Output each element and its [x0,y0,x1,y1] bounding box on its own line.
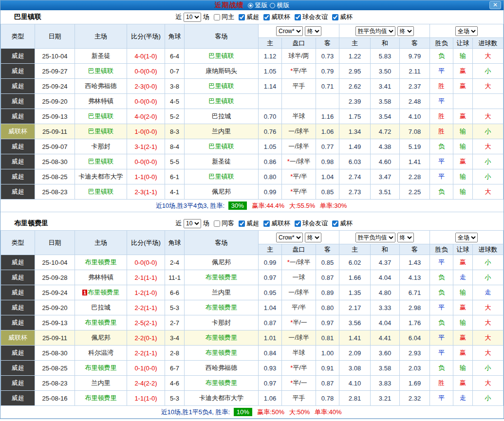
filter-bar: 近 10 场 同客 威超 威联杯 球会友谊 威杯 [175,219,353,228]
cell-handicap-result [453,94,473,109]
same-venue-checkbox[interactable] [214,220,220,227]
summary-bar: 近10场,胜3平4负3, 胜率: 30% 赢率:44.4% 大:55.5% 单率… [0,200,504,212]
fulltime-select[interactable]: 全场 [455,26,478,36]
odds-period-select[interactable]: 终 [305,233,321,242]
cell-mean-away: 1.69 [400,376,430,391]
home-team-name: 布里顿费里 [85,394,117,402]
handicap-line-text: 一/球半 [290,158,311,165]
cell-away-team: 布里顿费里 [185,270,259,285]
cell-away-team: 布里顿费里 [185,376,259,391]
match-row: 威超25-08-23兰内里2-4(2-2)4-6布里顿费里0.97*半/一0.8… [1,376,504,391]
cell-handicap-line: 平手 [282,391,316,406]
league-checkbox[interactable] [295,220,301,227]
bookmaker-select[interactable]: Crow* [276,26,303,36]
odds-dropdown-cell: Crow* 终 [259,24,339,38]
cell-goals-result: 小 [473,361,504,376]
radio-horizontal-layout[interactable] [270,3,275,8]
cell-result: 负 [430,49,453,64]
cell-date: 25-09-07 [35,139,75,154]
cell-result: 胜 [430,109,453,124]
cell-result: 胜 [430,79,453,94]
match-row: 威超25-09-13巴里镇联4-0(2-0)5-2巴拉城0.70半球1.161.… [1,109,504,124]
cell-date: 25-09-24 [35,79,75,94]
close-icon[interactable]: ✕ [489,1,501,9]
cell-league-type: 威超 [1,154,35,169]
handicap-line-text: 平/半 [292,304,306,311]
cell-mean-away: 4.10 [400,109,430,124]
handicap-line-text: 半/一 [293,319,307,326]
cell-home-team: 卡迪夫都市大学 [75,169,127,184]
cell-league-type: 威超 [1,391,35,406]
home-team-name: 西哈弗福德 [85,82,117,90]
cell-corner: 4-6 [165,376,185,391]
radio-vertical-layout[interactable] [248,3,253,8]
summary-bar: 近10场,胜1平5负4, 胜率: 10% 赢率:50% 大:50% 单率:40% [0,406,504,419]
cell-odds-away: 0.87 [316,270,339,285]
home-team-name: 佩尼邦 [92,334,111,341]
cell-date: 25-09-13 [35,109,75,124]
cell-result: 胜 [430,124,453,139]
league-checkbox[interactable] [332,14,338,20]
cell-result: 平 [430,255,453,270]
cell-odds-away: 0.89 [316,285,339,300]
cell-corner: 5-3 [165,300,185,315]
cell-home-team: 巴里镇联 [75,184,127,200]
cell-handicap-line: *平/半 [282,64,316,79]
league-checkbox[interactable] [239,14,245,20]
same-venue-checkbox[interactable] [214,14,220,20]
league-checkbox[interactable] [263,14,270,20]
cell-goals-result: 大 [473,376,504,391]
asian-win-rate: 赢率:50% [257,408,284,416]
cell-handicap-result: 赢 [453,255,473,270]
cell-mean-draw: 3.33 [371,300,400,315]
cell-mean-draw: 3.58 [371,361,400,376]
cell-handicap-result: 赢 [453,64,473,79]
cell-odds-away: 0.85 [316,184,339,200]
recent-count-select[interactable]: 10 [184,219,201,228]
league-checkbox[interactable] [332,220,338,227]
recent-results-panel: 近期战绩 竖版 横版 ✕ 巴里镇联 近 10 场 同主 威超 威联杯 球会友谊 [0,0,504,419]
league-checkbox[interactable] [239,220,245,227]
cell-score: 2-2(0-1) [127,330,165,346]
odds-period-select[interactable]: 终 [305,26,321,36]
cell-mean-away: 2.28 [400,169,430,184]
col-home: 主场 [75,231,127,255]
cell-away-team: 兰内里 [185,124,259,139]
cell-mean-draw: 3.60 [371,346,400,361]
cell-score: 1-0(0-0) [127,124,165,139]
cell-mean-away: 6.71 [400,285,430,300]
match-row: 威超25-10-04布里顿费里0-0(0-0)2-4佩尼邦0.99*一/球半0.… [1,255,504,270]
mean-type-select[interactable]: 胜平负均值 [355,26,395,36]
cell-corner: 5-2 [165,109,185,124]
cell-mean-draw: 3.54 [371,109,400,124]
mean-period-select[interactable]: 终 [397,233,414,242]
bookmaker-select[interactable]: Crow* [276,233,303,242]
cell-odds-home: 1.05 [259,64,282,79]
cell-mean-draw: 3.50 [371,64,400,79]
handicap-line-text: 半球 [293,349,305,356]
cell-mean-home: 2.95 [339,64,371,79]
cell-handicap-result: 赢 [453,109,473,124]
cell-goals-result: 大 [473,300,504,315]
league-checkbox[interactable] [263,220,270,227]
cell-date: 25-10-04 [35,255,75,270]
cell-league-type: 威超 [1,139,35,154]
mean-period-select[interactable]: 终 [397,26,414,36]
cell-goals-result: 大 [473,139,504,154]
match-row: 威联杯25-09-11巴里镇联1-0(0-0)8-3兰内里0.76一/球半1.0… [1,124,504,139]
cell-odds-home: 0.93 [259,361,282,376]
cell-mean-away: 2.32 [400,391,430,406]
recent-count-select[interactable]: 10 [184,13,201,22]
cell-league-type: 威超 [1,64,35,79]
cell-date: 25-09-27 [35,64,75,79]
fulltime-select[interactable]: 全场 [455,233,478,242]
cell-score: 2-3(0-0) [127,79,165,94]
match-row: 威联杯25-09-11佩尼邦2-2(0-1)3-4布里顿费里1.01一/球半0.… [1,330,504,346]
league-checkbox[interactable] [295,14,301,20]
mean-type-select[interactable]: 胜平负均值 [355,233,395,242]
cell-handicap-result: 输 [453,124,473,139]
cell-handicap-line: 一/球半 [282,139,316,154]
cell-goals-result: 小 [473,154,504,169]
match-row: 威超25-08-23巴里镇联2-3(1-1)4-1佩尼邦0.99*平/半0.85… [1,184,504,200]
cell-home-team: 巴里镇联 [75,154,127,169]
